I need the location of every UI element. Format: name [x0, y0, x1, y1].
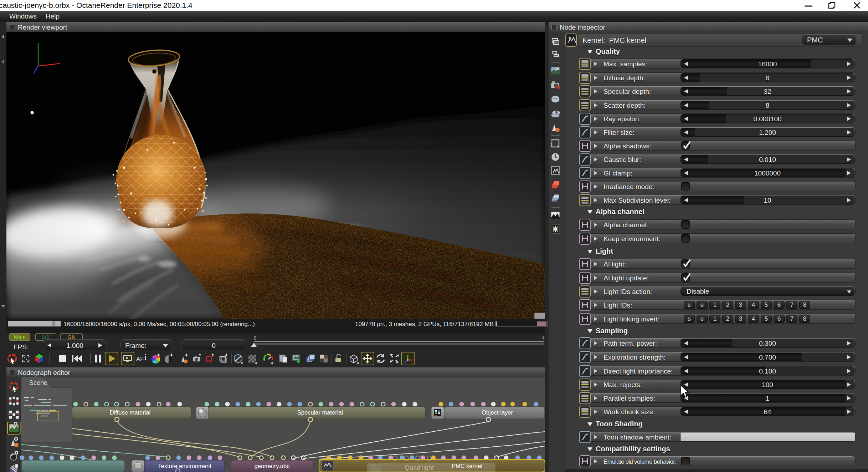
svg-text:AF: AF	[136, 356, 144, 362]
svg-text:geometry.abc: geometry.abc	[255, 463, 290, 469]
svg-text:Diffuse material: Diffuse material	[110, 409, 150, 416]
svg-text:Specular material: Specular material	[297, 409, 343, 416]
svg-text:1: 1	[542, 335, 544, 340]
svg-text:Scene: Scene	[29, 379, 47, 386]
svg-text:Object layer: Object layer	[482, 409, 513, 416]
svg-text:0: 0	[254, 335, 256, 341]
svg-text:Quad light: Quad light	[405, 464, 434, 471]
svg-text:Texture environment: Texture environment	[158, 463, 211, 469]
